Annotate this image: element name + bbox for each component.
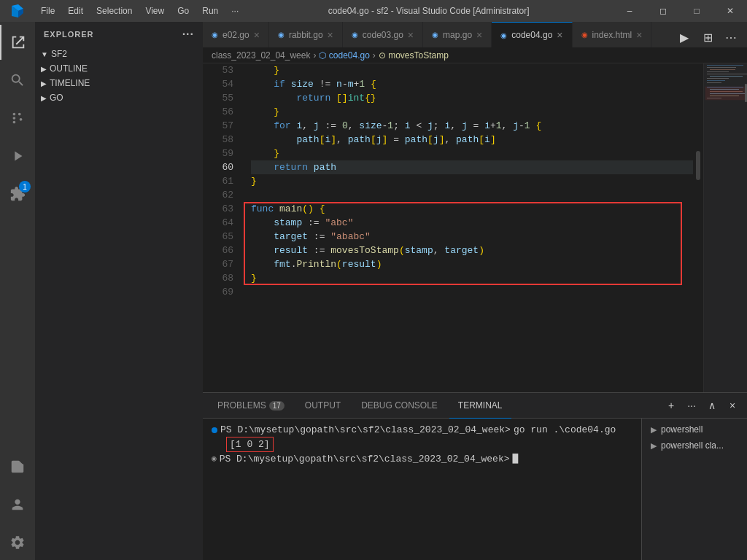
main-layout: 1 EXPLORER ··· ▼ SF2 ▶ OUTLINE ▶ TIMELI: [0, 22, 747, 560]
tab-code04[interactable]: ◉ code04.go ×: [492, 22, 572, 47]
terminal-prompt-1: PS D:\mysetup\gopath\src\sf2\class_2023_…: [220, 423, 511, 437]
panel-actions: + ··· ∧ ×: [662, 397, 741, 414]
panel-maximize-button[interactable]: ∧: [703, 397, 721, 414]
activity-search[interactable]: [0, 63, 35, 98]
split-editor-button[interactable]: ⊞: [697, 27, 718, 47]
activity-account[interactable]: [0, 487, 35, 522]
activity-extensions[interactable]: 1: [0, 176, 35, 211]
sidebar-section-outline[interactable]: ▶ OUTLINE: [35, 61, 203, 76]
editor-area: ◉ e02.go × ◉ rabbit.go × ◉ code03.go × ◉…: [203, 22, 747, 560]
scrollbar-thumb[interactable]: [696, 151, 700, 180]
code-line-66: result := movesToStamp(stamp, target): [251, 244, 693, 257]
sidebar-section-go[interactable]: ▶ GO: [35, 90, 203, 105]
menu-selection[interactable]: Selection: [90, 3, 138, 19]
tab-code03[interactable]: ◉ code03.go ×: [343, 22, 423, 47]
terminal-dot-1: [212, 427, 217, 433]
tab-e02-label: e02.go: [222, 30, 249, 40]
code-line-55: return []int{}: [251, 91, 693, 105]
menu-go[interactable]: Go: [171, 3, 195, 19]
maximize-button[interactable]: □: [680, 0, 713, 22]
ln-53: 53: [203, 63, 233, 77]
panel-tab-output[interactable]: OUTPUT: [296, 393, 349, 419]
tab-code03-close[interactable]: ×: [408, 30, 414, 40]
close-button[interactable]: ✕: [713, 0, 747, 22]
problems-badge: 17: [269, 401, 285, 411]
activity-run-debug[interactable]: [0, 139, 35, 174]
code-line-61: }: [251, 174, 693, 188]
menu-run[interactable]: Run: [196, 3, 224, 19]
menu-edit[interactable]: Edit: [62, 3, 89, 19]
minimap-content: [704, 63, 747, 392]
code-content[interactable]: } if size != n-m+1 { return []int{} } fo…: [239, 63, 693, 392]
sidebar-go-label: GO: [50, 93, 63, 103]
breadcrumb-sep2: ›: [373, 50, 376, 61]
activity-test[interactable]: [0, 449, 35, 484]
minimize-button[interactable]: –: [613, 0, 646, 22]
activity-source-control[interactable]: [0, 101, 35, 136]
panel-more-button[interactable]: ···: [683, 397, 700, 414]
ln-54: 54: [203, 77, 233, 91]
tab-map-close[interactable]: ×: [476, 30, 482, 40]
tab-code04-label: code04.go: [511, 30, 552, 40]
terminal-tab-1-label: powershell: [661, 424, 703, 435]
menu-file[interactable]: File: [35, 3, 61, 19]
ln-62: 62: [203, 188, 233, 202]
terminal-tab-powershell2[interactable]: ▶ powershell cla...: [642, 438, 747, 454]
code-line-63: func main() {: [251, 202, 693, 216]
code-line-54: if size != n-m+1 {: [251, 77, 693, 91]
code-line-69: [251, 285, 693, 299]
ln-65: 65: [203, 230, 233, 244]
terminal-line-3: ◉ PS D:\mysetup\gopath\src\sf2\class_202…: [212, 452, 632, 466]
svg-rect-11: [707, 82, 721, 83]
tab-e02[interactable]: ◉ e02.go ×: [203, 22, 269, 47]
selected-region: func main() { stamp := "abc" target := "…: [251, 202, 693, 285]
svg-rect-4: [707, 67, 736, 68]
tab-rabbit-close[interactable]: ×: [328, 30, 333, 40]
sidebar-outline-label: OUTLINE: [50, 63, 88, 74]
menu-bar[interactable]: File Edit Selection View Go Run ···: [35, 3, 244, 19]
tab-rabbit[interactable]: ◉ rabbit.go ×: [269, 22, 343, 47]
window-controls[interactable]: – ◻ □ ✕: [613, 0, 747, 22]
go-icon-5: ◉: [500, 31, 507, 39]
more-tabs-button[interactable]: ⋯: [721, 27, 741, 47]
code-line-68: }: [251, 271, 693, 285]
code-line-53: }: [251, 63, 693, 77]
sidebar-title: EXPLORER: [44, 30, 94, 39]
activity-settings[interactable]: [0, 525, 35, 560]
go-icon-4: ◉: [432, 31, 438, 39]
svg-rect-5: [710, 69, 735, 70]
panel-tab-debug[interactable]: DEBUG CONSOLE: [352, 393, 446, 419]
sidebar-more[interactable]: ···: [182, 28, 194, 41]
go-icon-1: ◉: [212, 31, 218, 39]
terminal-content[interactable]: PS D:\mysetup\gopath\src\sf2\class_2023_…: [203, 419, 641, 560]
tab-map[interactable]: ◉ map.go ×: [423, 22, 492, 47]
terminal-icon-1: ▶: [651, 425, 657, 435]
tab-code04-close[interactable]: ×: [557, 30, 562, 40]
tabs-bar: ◉ e02.go × ◉ rabbit.go × ◉ code03.go × ◉…: [203, 22, 747, 47]
add-terminal-button[interactable]: +: [662, 397, 680, 414]
menu-view[interactable]: View: [139, 3, 170, 19]
tab-html-close[interactable]: ×: [636, 30, 642, 40]
ln-68: 68: [203, 271, 233, 285]
terminal-label: TERMINAL: [458, 400, 503, 411]
minimap[interactable]: [703, 63, 747, 392]
tab-e02-close[interactable]: ×: [254, 30, 260, 40]
breadcrumb-file[interactable]: ⬡ code04.go: [319, 50, 369, 61]
run-button[interactable]: ▶: [674, 27, 694, 47]
panel-tab-problems[interactable]: PROBLEMS 17: [209, 393, 293, 419]
terminal-tab-powershell1[interactable]: ▶ powershell: [642, 421, 747, 438]
breadcrumb-week[interactable]: class_2023_02_04_week: [212, 50, 310, 61]
sidebar-section-sf2[interactable]: ▼ SF2: [35, 47, 203, 61]
vertical-scrollbar[interactable]: [693, 63, 703, 392]
panel-tab-terminal[interactable]: TERMINAL: [449, 393, 511, 419]
restore-button[interactable]: ◻: [646, 0, 680, 22]
breadcrumb-sep1: ›: [313, 50, 316, 61]
activity-explorer[interactable]: [0, 25, 35, 60]
sidebar-section-timeline[interactable]: ▶ TIMELINE: [35, 76, 203, 90]
breadcrumb-func[interactable]: ⊙ movesToStamp: [379, 50, 449, 61]
breadcrumb: class_2023_02_04_week › ⬡ code04.go › ⊙ …: [203, 47, 747, 63]
menu-more[interactable]: ···: [225, 3, 244, 19]
panel-close-button[interactable]: ×: [724, 397, 741, 414]
tab-index-html[interactable]: ◉ index.html ×: [573, 22, 652, 47]
panel-tabs: PROBLEMS 17 OUTPUT DEBUG CONSOLE TERMINA…: [203, 393, 747, 419]
